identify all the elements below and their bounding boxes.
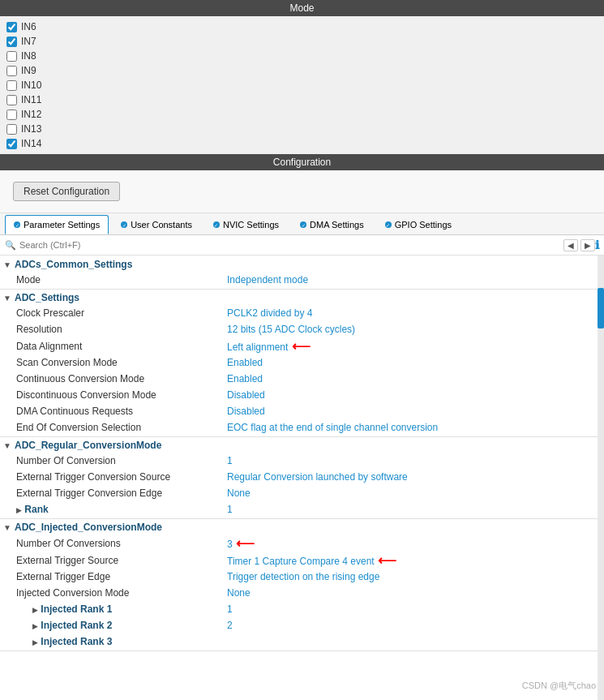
checkbox-label-in13: IN13 (21, 123, 41, 135)
subgroup-label: Rank (22, 504, 49, 515)
mode-section: Mode IN6IN7IN8IN9IN10IN11IN12IN13IN14 (0, 0, 604, 154)
checkbox-label-in6: IN6 (21, 21, 36, 32)
expand-arrow-icon: ▼ (3, 294, 13, 303)
checkbox-in12[interactable] (6, 110, 17, 120)
tree-item-value: 1 (227, 504, 604, 515)
expand-arrow-icon: ▼ (3, 260, 13, 269)
tree-item-label: Clock Prescaler (0, 307, 227, 319)
tree-group-label: ADC_Settings (15, 292, 79, 303)
prev-result-button[interactable]: ◀ (563, 239, 578, 251)
tree-item-label: External Trigger Conversion Source (0, 471, 227, 483)
checkbox-in7[interactable] (6, 37, 17, 47)
red-arrow2-icon: ⟵ (233, 536, 255, 550)
tab-parameter-settings[interactable]: Parameter Settings (5, 215, 109, 234)
checkbox-item-in14: IN14 (6, 136, 598, 151)
checkbox-item-in12: IN12 (6, 107, 598, 122)
tree-item-label: DMA Continuous Requests (0, 406, 227, 417)
tree-item-label: External Trigger Conversion Edge (0, 487, 227, 499)
tree-item-label: Resolution (0, 324, 227, 335)
checkbox-label-in8: IN8 (21, 50, 36, 62)
checkbox-in14[interactable] (6, 139, 17, 149)
tab-gpio-settings[interactable]: GPIO Settings (376, 215, 460, 234)
tree-item-value: Independent mode (227, 274, 604, 286)
tree-item-value: Left alignment ⟵ (227, 338, 604, 354)
subgroup-label: Injected Rank 3 (38, 636, 112, 647)
next-result-button[interactable]: ▶ (580, 239, 595, 251)
tab-nvic-settings[interactable]: NVIC Settings (204, 215, 288, 234)
tree-item-label: Number Of Conversions (0, 538, 227, 549)
subgroup-header[interactable]: ▶ Rank (0, 504, 227, 515)
tab-dot-icon (213, 221, 220, 228)
subgroup-label: Injected Rank 2 (38, 620, 112, 631)
tree-group-label: ADCs_Common_Settings (15, 259, 132, 270)
checkbox-item-in11: IN11 (6, 92, 598, 107)
tree-group-label: ADC_Regular_ConversionMode (15, 440, 161, 451)
tree-item: ▶ Rank1 (0, 501, 604, 517)
tabs-bar: Parameter SettingsUser ConstantsNVIC Set… (0, 213, 604, 235)
tab-dot-icon (121, 221, 127, 228)
tree-item: End Of Conversion SelectionEOC flag at t… (0, 419, 604, 436)
tab-label: User Constants (131, 220, 192, 230)
tree-item: Data AlignmentLeft alignment ⟵ (0, 337, 604, 354)
tree-item: ModeIndependent mode (0, 272, 604, 288)
config-header: Configuration (0, 154, 604, 170)
tree-item: Number Of Conversion1 (0, 453, 604, 469)
search-bar: 🔍 ◀ ▶ ℹ (0, 235, 604, 256)
info-icon[interactable]: ℹ (595, 238, 599, 251)
tree-item-value: Timer 1 Capture Compare 4 event ⟵ (227, 552, 604, 568)
checkbox-label-in10: IN10 (21, 79, 41, 91)
tab-dma-settings[interactable]: DMA Settings (291, 215, 373, 234)
red-arrow3-icon: ⟵ (375, 553, 396, 567)
tree-item-label: Injected Conversion Mode (0, 587, 227, 599)
tree-item: Number Of Conversions3 ⟵ (0, 535, 604, 552)
tree-item-label: External Trigger Source (0, 555, 227, 566)
tree-group-header-adcs_common_settings[interactable]: ▼ADCs_Common_Settings (0, 257, 604, 272)
checkbox-item-in10: IN10 (6, 78, 598, 92)
checkbox-in13[interactable] (6, 124, 17, 135)
checkbox-item-in9: IN9 (6, 63, 598, 78)
checkbox-label-in11: IN11 (21, 94, 41, 105)
checkbox-in10[interactable] (6, 80, 17, 91)
tree-item-label: Continuous Conversion Mode (0, 373, 227, 384)
tree-item-value: 12 bits (15 ADC Clock cycles) (227, 324, 604, 335)
subgroup-header[interactable]: ▶ Injected Rank 3 (0, 636, 227, 647)
tree-item: Scan Conversion ModeEnabled (0, 354, 604, 371)
subgroup-label: Injected Rank 1 (38, 603, 112, 615)
config-section: Configuration Reset Configuration Parame… (0, 154, 604, 700)
checkbox-item-in6: IN6 (6, 19, 598, 34)
tree-item: External Trigger SourceTimer 1 Capture C… (0, 552, 604, 569)
tree-item-value: Regular Conversion launched by software (227, 471, 604, 483)
tree-item: Continuous Conversion ModeEnabled (0, 371, 604, 387)
tree-item: Injected Conversion ModeNone (0, 585, 604, 601)
checkbox-label-in9: IN9 (21, 65, 36, 76)
watermark: CSDN @电气chao (522, 680, 596, 692)
checkbox-in9[interactable] (6, 66, 17, 76)
tree-item: Clock PrescalerPCLK2 divided by 4 (0, 305, 604, 321)
subgroup-header[interactable]: ▶ Injected Rank 1 (0, 603, 227, 615)
mode-header: Mode (0, 0, 604, 16)
tree-item-label: External Trigger Edge (0, 571, 227, 582)
tree-item-value: PCLK2 divided by 4 (227, 307, 604, 319)
tree-group-header-adc_injected_conversionmode[interactable]: ▼ADC_Injected_ConversionMode (0, 520, 604, 535)
tab-label: Parameter Settings (24, 220, 100, 230)
subgroup-header[interactable]: ▶ Injected Rank 2 (0, 620, 227, 631)
tree-item: External Trigger Conversion EdgeNone (0, 485, 604, 501)
checkbox-in6[interactable] (6, 22, 17, 32)
tree-group-header-adc_settings[interactable]: ▼ADC_Settings (0, 290, 604, 305)
tree-item: ▶ Injected Rank 11 (0, 601, 604, 617)
checkbox-label-in7: IN7 (21, 36, 36, 47)
tree-item-label: End Of Conversion Selection (0, 422, 227, 433)
search-input[interactable] (19, 240, 561, 250)
checkbox-in8[interactable] (6, 51, 17, 62)
red-arrow-icon: ⟵ (288, 339, 310, 353)
reset-config-button[interactable]: Reset Configuration (13, 182, 120, 201)
tree-item: External Trigger EdgeTrigger detection o… (0, 569, 604, 585)
tab-user-constants[interactable]: User Constants (112, 215, 201, 234)
tree-item-label: Data Alignment (0, 341, 227, 352)
tree-item: Resolution12 bits (15 ADC Clock cycles) (0, 321, 604, 337)
tree-container: ▼ADCs_Common_SettingsModeIndependent mod… (0, 256, 604, 700)
tab-dot-icon (385, 221, 392, 228)
checkbox-in11[interactable] (6, 95, 17, 105)
tab-label: DMA Settings (310, 220, 364, 230)
tree-group-header-adc_regular_conversionmode[interactable]: ▼ADC_Regular_ConversionMode (0, 438, 604, 453)
